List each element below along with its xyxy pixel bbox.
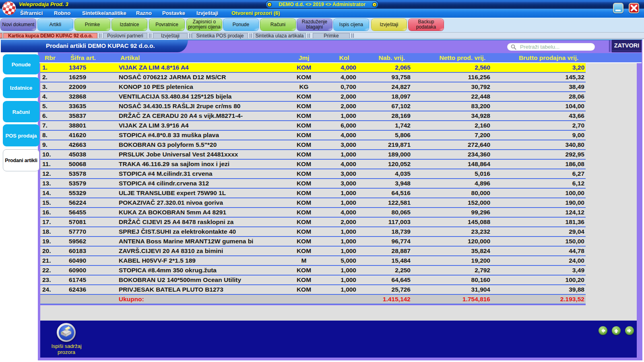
table-row-2[interactable]: 2.16259NOSAČ 0706212 JARMA D12 MS/CRKOM4… — [40, 73, 586, 82]
menu-item-postavke[interactable]: Postavke — [162, 9, 185, 18]
cell-brutto: 190,00 — [566, 198, 584, 207]
cell-jmj: KOM — [282, 266, 326, 275]
tab-separator — [309, 33, 310, 38]
table-row-6[interactable]: 6.35837DRŽAČ ZA CERADU 20 A4 s vijk.M827… — [40, 111, 586, 121]
toolbar-button-izdatnice[interactable]: Izdatnice — [112, 19, 147, 31]
table-row-4[interactable]: 4.32868VENTILACIJA 53.480.84 125*125 bij… — [40, 92, 586, 102]
table-row-13[interactable]: 13.53579STOPICA #4 cilindr.crvena 312KOM… — [40, 179, 586, 189]
table-row-8[interactable]: 8.41620STOPICA #4.8*0.8 33 muška plavaKO… — [40, 131, 586, 140]
cell-sifra: 45038 — [69, 150, 86, 159]
cell-jmj: KOM — [282, 63, 326, 72]
document-tab-kartica-kupca-demo-kupac-92-d-o-o-[interactable]: Kartica kupca DEMO KUPAC 92 d.o.o. — [3, 33, 97, 39]
table-row-24[interactable]: 24.62436PRIVJESAK BATELA PLUTO B1273KOM1… — [40, 285, 586, 295]
cell-netto: 148,864 — [468, 160, 490, 169]
nav-next-button[interactable] — [625, 326, 634, 335]
cell-artikal: NOSAČ 34.430.15 RAŠLJI 2rupe cr/ms 80 — [119, 102, 240, 111]
cell-netto: 30,792 — [471, 82, 490, 91]
table-row-9[interactable]: 9.42663BOKOBRAN G3 polyform 5.5"*20KOM3,… — [40, 140, 586, 150]
table-search-input[interactable]: Pretraži tabelu... — [507, 43, 595, 51]
toolbar-button-ra-uni[interactable]: Računi — [260, 19, 295, 31]
print-button-ring — [59, 325, 74, 340]
cell-nab: 28,169 — [392, 111, 411, 120]
cell-kol: 1,000 — [341, 247, 356, 255]
table-row-19[interactable]: 19.59562ANTENA Boss Marine MRANT12W gume… — [40, 237, 586, 247]
table-row-3[interactable]: 3.22009KONOP 10 PES pletenicaKG0,70024,8… — [40, 82, 586, 92]
cell-sifra: 50068 — [69, 160, 86, 169]
menu-item-razno[interactable]: Razno — [136, 9, 152, 18]
col-header-brutto[interactable]: Brutto prodajna vrij. — [519, 53, 578, 62]
toolbar-button-zapisnici-o-promjeni-cijena[interactable]: Zapisnici o promjeni cijena — [187, 19, 222, 31]
table-row-23[interactable]: 23.61745BOKOBRAN U2 140*500mm Ocean Util… — [40, 276, 586, 285]
toolbar-button-novi-dokument[interactable]: Novi dokument — [1, 19, 36, 31]
bottom-panel: Ispiši sadržaj prozora — [40, 321, 637, 358]
document-tab-izvje-taji[interactable]: Izvještaji — [153, 33, 188, 39]
cell-netto: 23,232 — [471, 227, 490, 236]
cell-kol: 1,000 — [341, 111, 356, 120]
cell-brutto: 44,78 — [569, 247, 584, 255]
document-tab-sintetika-ulaza-artikala[interactable]: Sintetika ulaza artikala — [253, 33, 306, 39]
menu-item--ifrarnici[interactable]: Šifrarnici — [20, 9, 43, 18]
side-tab-izdatnice[interactable]: Izdatnice — [3, 77, 39, 98]
table-row-12[interactable]: 12.53578STOPICA #4 M.cilindr.31 crvenaKO… — [40, 169, 586, 179]
table-row-20[interactable]: 20.60183ZAVRŠ.CIJEVI 20 A4 8310 za bimin… — [40, 247, 586, 256]
cell-brutto: 181,36 — [566, 218, 584, 226]
col-header-jmj[interactable]: Jmj — [282, 53, 326, 62]
side-tab-prodani-artikli[interactable]: Prodani artikli — [3, 149, 39, 171]
side-tab-pos-prodaja[interactable]: POS prodaja — [3, 124, 39, 146]
toolbar-button-primke[interactable]: Primke — [75, 19, 110, 31]
document-tab-sintetika-pos-prodaje[interactable]: Sintetika POS prodaje — [192, 33, 248, 39]
cell-brutto: 43,66 — [569, 111, 584, 120]
cell-rbr: 10. — [42, 150, 51, 159]
col-header-nab[interactable]: Nab. vrij. — [379, 53, 405, 62]
table-row-22[interactable]: 22.60900STOPICA #8.4mm 350 okrug.žutaKOM… — [40, 266, 586, 276]
table-row-17[interactable]: 17.57081DRŽAČ CIJEVI 25 A4 8478 rasklopn… — [40, 218, 586, 227]
zatvori-close-window-button[interactable]: ZATVORI — [612, 40, 642, 52]
table-row-7[interactable]: 7.38801VIJAK ZA LIM 3.9*16 A4KOM6,0001,7… — [40, 121, 586, 131]
minimize-button[interactable] — [613, 3, 623, 13]
document-tab-poslovni-partneri[interactable]: Poslovni partneri — [103, 33, 147, 39]
session-info: DEMO d.d. <> 2019 <> Administrator — [266, 1, 378, 8]
side-tab-ponude[interactable]: Ponude — [3, 54, 39, 74]
nav-up-button[interactable] — [612, 326, 621, 335]
menu-item-otvoreni-prozori-6-[interactable]: Otvoreni prozori (6) — [231, 9, 280, 18]
printer-icon — [59, 325, 74, 340]
toolbar-button-izvje-taji[interactable]: Izvještaji — [372, 19, 407, 31]
side-tab-ra-uni[interactable]: Računi — [3, 101, 39, 122]
toolbar-button-ponude[interactable]: Ponude — [223, 19, 258, 31]
col-header-rbr[interactable]: Rbr — [45, 53, 56, 62]
toolbar-button-artikli[interactable]: Artikli — [38, 19, 73, 31]
toolbar-button-backup-podataka[interactable]: Backup podataka — [409, 19, 444, 31]
toolbar-button-razdu-enje-blagajni[interactable]: Razduženje blagajni — [297, 19, 332, 31]
table-row-21[interactable]: 21.60490KABEL H05VV-F 2*1.5 189M5,00015,… — [40, 256, 586, 266]
cell-kol: 1,000 — [341, 285, 356, 294]
toolbar-button-povratnice[interactable]: Povratnice — [149, 19, 184, 31]
menu-item-robno[interactable]: Robno — [54, 9, 70, 18]
table-row-15[interactable]: 15.56224POKAZIVAČ 27.320.01 nivoa goriva… — [40, 198, 586, 208]
table-row-1[interactable]: 1.13475VIJAK ZA LIM 4.8*16 A4KOM4,0002,0… — [40, 63, 586, 73]
menu-item-izvje-taji[interactable]: Izvještaji — [196, 9, 218, 18]
col-header-netto[interactable]: Netto prod. vrij. — [439, 53, 485, 62]
table-row-11[interactable]: 11.50068TRAKA 46.116.29 sa sajlom inox i… — [40, 160, 586, 169]
document-tab-primke[interactable]: Primke — [313, 33, 350, 39]
menu-item-sintetike-analitike[interactable]: Sintetike/analitike — [82, 9, 126, 18]
col-header-sifra[interactable]: Šifra art. — [70, 53, 96, 62]
print-window-button[interactable] — [57, 323, 76, 342]
cell-kol: 1,000 — [341, 266, 356, 275]
table-row-10[interactable]: 10.45038PRSLUK Jobe Universal Vest 24481… — [40, 150, 586, 160]
cell-rbr: 15. — [42, 198, 51, 207]
cell-kol: 4,000 — [341, 63, 356, 72]
toolbar-button-ispis-cijena[interactable]: Ispis cijena — [334, 19, 369, 31]
table-row-14[interactable]: 14.55329ULJE TRANSLUBE expert 75W90 1LKO… — [40, 189, 586, 198]
cell-sifra: 38801 — [69, 121, 86, 130]
col-header-artikal[interactable]: Artikal — [120, 53, 140, 62]
nav-previous-button[interactable] — [599, 326, 607, 335]
col-header-kol[interactable]: Kol — [326, 53, 362, 62]
table-row-5[interactable]: 5.33635NOSAČ 34.430.15 RAŠLJI 2rupe cr/m… — [40, 102, 586, 111]
table-row-16[interactable]: 16.56455KUKA ZA BOKOBRAN 5mm A4 8291KOM4… — [40, 208, 586, 218]
table-row-18[interactable]: 18.57770SPREJ ČIST.SUHI za elektrokontak… — [40, 227, 586, 237]
cell-sifra: 32868 — [69, 92, 86, 101]
close-button[interactable] — [629, 3, 639, 13]
cell-netto: 116,256 — [468, 73, 490, 82]
toolbar: Novi dokumentArtikliPrimkeIzdatnicePovra… — [0, 18, 644, 33]
cell-rbr: 7. — [42, 121, 47, 130]
